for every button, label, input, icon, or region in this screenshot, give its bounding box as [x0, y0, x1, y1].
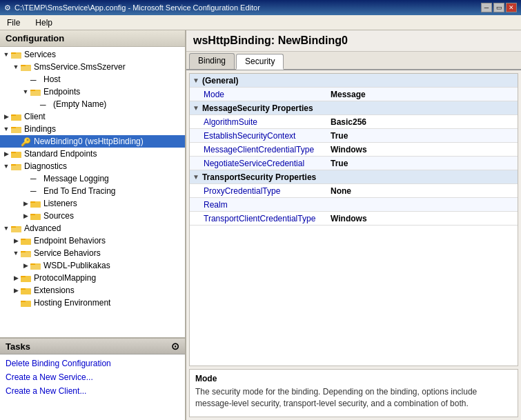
folder-advanced-icon [11, 224, 22, 232]
prop-row-messageclientcredentialtype[interactable]: MessageClientCredentialType Windows [190, 143, 518, 157]
tree-label-servicebehaviors: Service Behaviors [34, 248, 101, 258]
tree-item-servicebehaviors[interactable]: ▼ Service Behaviors [0, 247, 185, 259]
tree-item-bindings[interactable]: ▼ Bindings [0, 123, 185, 135]
svg-rect-32 [21, 240, 31, 245]
prop-value-algorithmsuite: Basic256 [328, 116, 518, 128]
expand-sources-icon[interactable]: ▶ [21, 211, 30, 221]
tree-item-standardendpoints[interactable]: ▶ Standard Endpoints [0, 148, 185, 160]
expand-extensions-icon[interactable]: ▶ [11, 286, 21, 295]
tree-item-endtoendtracing[interactable]: ─ End To End Tracing [0, 185, 185, 197]
close-button[interactable]: ✕ [506, 3, 517, 12]
restore-button[interactable]: ▭ [493, 3, 504, 12]
menu-file[interactable]: File [3, 17, 24, 29]
prop-name-mode: Mode [190, 88, 328, 101]
folder-smsservice-icon [21, 63, 32, 71]
prop-name-algorithmsuite: AlgorithmSuite [190, 116, 328, 128]
prop-row-negotiateservicecredential[interactable]: NegotiateServiceCredential True [190, 157, 518, 170]
right-panel: wsHttpBinding: NewBinding0 Binding Secur… [186, 30, 521, 420]
tree-item-messagelogging[interactable]: ─ Message Logging [0, 172, 185, 185]
tree-item-listeners[interactable]: ▶ Listeners [0, 197, 185, 210]
properties-container: ▼ (General) Mode Message ▼ MessageSecuri… [189, 73, 518, 366]
tree-item-wsdlpublikakas[interactable]: ▶ WSDL-Publikakas [0, 259, 185, 272]
tree-item-host[interactable]: ─ Host [0, 73, 185, 86]
tree-item-client[interactable]: ▶ Client [0, 110, 185, 123]
dash-icon-ml: ─ [30, 174, 41, 183]
expand-protocolmapping-icon[interactable]: ▶ [11, 273, 21, 283]
tree-label-listeners: Listeners [43, 199, 77, 208]
key-icon-newbinding: 🔑 [21, 137, 32, 146]
tree-item-diagnostics[interactable]: ▼ Diagnostics [0, 160, 185, 172]
svg-rect-44 [21, 290, 31, 294]
minimize-button[interactable]: ─ [481, 3, 492, 12]
section-messagesecurity-title: MessageSecurity Properties [202, 103, 313, 113]
description-text: The security mode for the binding. Depen… [195, 386, 512, 410]
folder-client-icon [11, 112, 22, 121]
tree-label-extensions: Extensions [34, 286, 75, 295]
svg-rect-14 [11, 128, 21, 133]
tree-label-endpoints: Endpoints [43, 87, 80, 97]
prop-row-proxycredentialtype[interactable]: ProxyCredentialType None [190, 184, 518, 198]
expand-servicebehaviors-icon[interactable]: ▼ [11, 248, 21, 258]
tree-item-emptyname[interactable]: ─ (Empty Name) [0, 98, 185, 110]
tree-item-extensions[interactable]: ▶ Extensions [0, 284, 185, 297]
prop-row-establishsecuritycontext[interactable]: EstablishSecurityContext True [190, 129, 518, 143]
tasks-content: Delete Binding Configuration Create a Ne… [0, 354, 185, 420]
tree-item-smsservice[interactable]: ▼ SmsService.SmsSzerver [0, 61, 185, 73]
left-panel: Configuration ▼ Services ▼ SmsService.Sm… [0, 30, 186, 420]
folder-standardendpoints-icon [11, 150, 22, 158]
description-title: Mode [195, 374, 512, 383]
section-transportsecurity-title: TransportSecurity Properties [202, 172, 316, 182]
prop-value-realm [328, 203, 518, 206]
svg-rect-20 [11, 166, 21, 170]
prop-value-mode: Message [328, 88, 518, 101]
tree-label-smsservice: SmsService.SmsSzerver [34, 62, 126, 72]
prop-name-realm: Realm [190, 199, 328, 211]
prop-row-algorithmsuite[interactable]: AlgorithmSuite Basic256 [190, 115, 518, 129]
tree-item-newbinding0[interactable]: 🔑 NewBinding0 (wsHttpBinding) [0, 135, 185, 148]
tree-item-hostingenvironment[interactable]: Hosting Environment [0, 297, 185, 309]
dash-icon-host: ─ [30, 75, 41, 83]
expand-advanced-icon[interactable]: ▼ [1, 223, 11, 233]
expand-endpointbehaviors-icon[interactable]: ▶ [11, 236, 21, 246]
window-title: C:\TEMP\SmsService\App.config - Microsof… [14, 3, 260, 12]
expand-listeners-icon[interactable]: ▶ [21, 199, 30, 208]
expand-client-icon[interactable]: ▶ [1, 112, 11, 121]
task-create-client[interactable]: Create a New Client... [6, 386, 179, 396]
folder-hostingenvironment-icon [21, 299, 32, 307]
tree-item-advanced[interactable]: ▼ Advanced [0, 222, 185, 234]
expand-services-icon[interactable]: ▼ [1, 50, 11, 59]
folder-listeners-icon [30, 199, 41, 208]
tree-item-protocolmapping[interactable]: ▶ ProtocolMapping [0, 272, 185, 284]
prop-row-transportclientcredentialtype[interactable]: TransportClientCredentialType Windows [190, 212, 518, 226]
prop-row-realm[interactable]: Realm [190, 198, 518, 212]
expand-smsservice-icon[interactable]: ▼ [11, 62, 21, 72]
tree-item-endpointbehaviors[interactable]: ▶ Endpoint Behaviors [0, 234, 185, 247]
svg-rect-23 [30, 203, 41, 208]
title-bar-controls: ─ ▭ ✕ [481, 3, 517, 12]
task-delete-binding[interactable]: Delete Binding Configuration [6, 359, 179, 368]
menu-help[interactable]: Help [31, 17, 57, 29]
svg-rect-11 [11, 116, 21, 121]
tab-binding[interactable]: Binding [189, 53, 235, 69]
tree-item-sources[interactable]: ▶ Sources [0, 210, 185, 222]
expand-diagnostics-icon[interactable]: ▼ [1, 161, 11, 171]
svg-rect-26 [30, 215, 41, 220]
prop-name-transportclientcredentialtype: TransportClientCredentialType [190, 212, 328, 225]
tree-item-endpoints[interactable]: ▼ Endpoints [0, 86, 185, 98]
tree-label-client: Client [24, 112, 46, 121]
tree-label-services: Services [24, 50, 56, 59]
task-create-service[interactable]: Create a New Service... [6, 372, 179, 382]
dash-icon-emptyname: ─ [40, 100, 51, 108]
tree-label-emptyname: (Empty Name) [53, 99, 106, 109]
folder-protocolmapping-icon [21, 274, 32, 282]
expand-endpoints-icon[interactable]: ▼ [21, 87, 30, 97]
expand-standardendpoints-icon[interactable]: ▶ [1, 149, 11, 159]
tree-container[interactable]: ▼ Services ▼ SmsService.SmsSzerver ─ Hos… [0, 47, 185, 337]
tree-item-services[interactable]: ▼ Services [0, 48, 185, 61]
tab-security[interactable]: Security [236, 54, 284, 70]
section-general: ▼ (General) [190, 74, 518, 88]
prop-row-mode[interactable]: Mode Message [190, 88, 518, 101]
tasks-collapse-icon[interactable]: ⊙ [171, 341, 179, 352]
expand-bindings-icon[interactable]: ▼ [1, 124, 11, 134]
expand-wsdlpublikakas-icon[interactable]: ▶ [21, 261, 30, 270]
